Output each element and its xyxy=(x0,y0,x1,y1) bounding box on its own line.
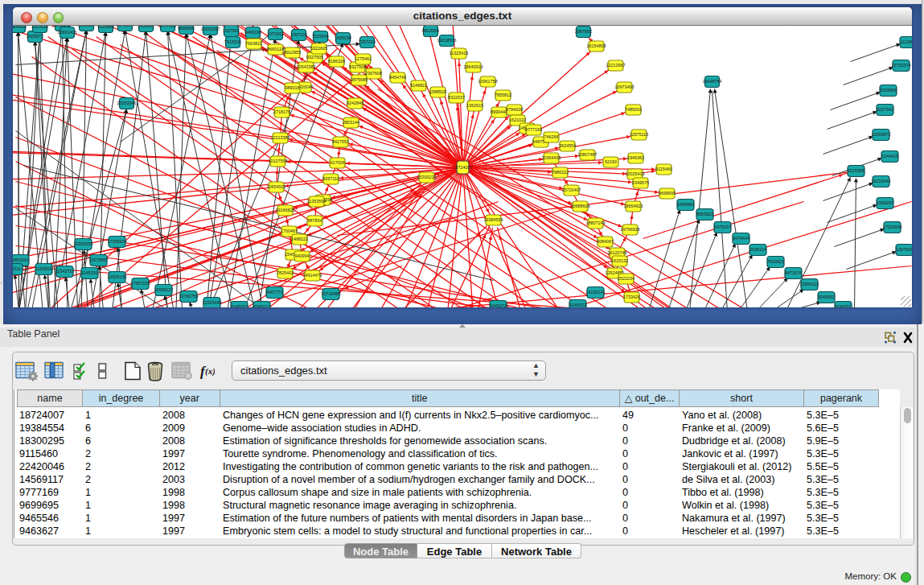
svg-text:5322605: 5322605 xyxy=(310,46,327,51)
svg-text:8953923: 8953923 xyxy=(696,212,713,216)
svg-text:19166825: 19166825 xyxy=(276,208,295,212)
svg-text:1067133: 1067133 xyxy=(290,32,307,37)
svg-text:746266: 746266 xyxy=(544,134,559,139)
svg-text:12213389: 12213389 xyxy=(271,135,290,140)
svg-text:12342757: 12342757 xyxy=(55,269,75,274)
svg-text:2349575: 2349575 xyxy=(632,180,649,185)
svg-text:8322037: 8322037 xyxy=(448,95,465,100)
svg-text:14136141: 14136141 xyxy=(586,290,606,295)
svg-text:2522234: 2522234 xyxy=(618,276,634,281)
svg-text:9245052: 9245052 xyxy=(818,295,835,299)
svg-text:1946362: 1946362 xyxy=(627,155,644,160)
svg-text:10075857: 10075857 xyxy=(89,257,109,262)
svg-text:10107554: 10107554 xyxy=(269,159,288,163)
svg-text:9115460: 9115460 xyxy=(97,26,114,29)
svg-text:2718176: 2718176 xyxy=(273,109,290,114)
svg-text:10653267: 10653267 xyxy=(201,27,220,31)
svg-text:17957225: 17957225 xyxy=(131,281,150,286)
svg-text:9445072: 9445072 xyxy=(490,303,507,307)
svg-text:7955812: 7955812 xyxy=(495,93,511,97)
svg-text:1850029: 1850029 xyxy=(78,26,95,27)
svg-text:25300215: 25300215 xyxy=(417,175,437,179)
svg-text:9084067: 9084067 xyxy=(597,239,614,244)
svg-text:8245012: 8245012 xyxy=(253,304,270,307)
svg-text:1588520: 1588520 xyxy=(429,89,446,94)
svg-text:18640910: 18640910 xyxy=(464,64,483,69)
svg-text:16648784: 16648784 xyxy=(703,79,722,84)
svg-text:887834: 887834 xyxy=(308,218,322,223)
svg-text:1267534: 1267534 xyxy=(896,247,912,252)
svg-text:15716485: 15716485 xyxy=(322,291,341,296)
svg-text:1145191: 1145191 xyxy=(81,270,98,275)
svg-text:3875685: 3875685 xyxy=(351,77,368,82)
svg-text:10688609: 10688609 xyxy=(571,204,590,208)
svg-text:9145052: 9145052 xyxy=(231,304,248,307)
svg-text:3215358: 3215358 xyxy=(848,168,864,173)
svg-text:7515526: 7515526 xyxy=(224,39,241,44)
svg-text:1913520: 1913520 xyxy=(31,26,48,29)
svg-text:9227342: 9227342 xyxy=(877,107,893,112)
svg-text:19756928: 19756928 xyxy=(621,227,640,232)
svg-text:7986322: 7986322 xyxy=(552,170,569,175)
svg-text:1156829: 1156829 xyxy=(35,266,52,271)
svg-text:1700467: 1700467 xyxy=(281,229,298,233)
svg-text:9699695: 9699695 xyxy=(178,26,195,31)
svg-text:1569297: 1569297 xyxy=(877,200,893,205)
svg-text:1605338: 1605338 xyxy=(335,35,351,40)
svg-text:16154808: 16154808 xyxy=(587,43,606,48)
svg-text:19384554: 19384554 xyxy=(484,217,503,222)
svg-text:9327508: 9327508 xyxy=(349,64,366,69)
svg-text:19654923: 19654923 xyxy=(624,204,643,208)
svg-text:7663822: 7663822 xyxy=(245,41,262,46)
svg-text:1853001: 1853001 xyxy=(13,257,29,262)
svg-text:10654112: 10654112 xyxy=(800,282,819,286)
svg-text:8471676: 8471676 xyxy=(785,270,802,275)
svg-text:1615132: 1615132 xyxy=(611,258,628,263)
svg-text:12323448: 12323448 xyxy=(203,300,222,305)
svg-text:(x): (x) xyxy=(205,366,215,377)
svg-text:9115460: 9115460 xyxy=(655,167,672,171)
svg-text:9329966: 9329966 xyxy=(880,88,897,93)
svg-text:9245032: 9245032 xyxy=(569,303,586,307)
svg-text:7825402: 7825402 xyxy=(277,270,294,275)
svg-text:8454749: 8454749 xyxy=(389,75,406,80)
svg-text:1275461: 1275461 xyxy=(355,56,372,61)
svg-text:391511: 391511 xyxy=(13,266,21,271)
svg-text:1527602: 1527602 xyxy=(223,28,240,33)
svg-text:10543382: 10543382 xyxy=(297,64,316,69)
svg-text:8660124: 8660124 xyxy=(267,47,284,51)
svg-text:19218506: 19218506 xyxy=(437,38,457,43)
svg-text:8427552: 8427552 xyxy=(332,139,349,144)
svg-text:2987682: 2987682 xyxy=(575,29,592,34)
svg-text:17359924: 17359924 xyxy=(108,239,127,244)
svg-text:1621022: 1621022 xyxy=(509,117,526,122)
svg-text:12213967: 12213967 xyxy=(606,63,626,68)
svg-text:16210643: 16210643 xyxy=(872,179,891,183)
svg-text:2005572: 2005572 xyxy=(27,34,43,39)
svg-text:1640954: 1640954 xyxy=(677,202,694,207)
svg-text:10973493: 10973493 xyxy=(615,84,634,89)
svg-text:1456911: 1456911 xyxy=(138,26,154,28)
svg-text:20364436: 20364436 xyxy=(542,155,561,160)
svg-text:12975115: 12975115 xyxy=(630,132,649,137)
svg-text:16120746: 16120746 xyxy=(608,250,627,255)
svg-text:17016504: 17016504 xyxy=(883,225,902,229)
svg-text:18724007: 18724007 xyxy=(454,164,473,169)
svg-text:12505135: 12505135 xyxy=(108,274,127,279)
svg-text:9146821: 9146821 xyxy=(410,83,427,88)
svg-text:8186328: 8186328 xyxy=(328,59,345,64)
svg-text:15751074: 15751074 xyxy=(892,63,911,68)
svg-text:9777169: 9777169 xyxy=(159,26,176,28)
svg-text:6479197: 6479197 xyxy=(714,225,731,229)
svg-text:2242004: 2242004 xyxy=(117,26,133,27)
svg-text:1733426: 1733426 xyxy=(623,295,640,299)
svg-text:940994: 940994 xyxy=(295,253,310,258)
svg-text:10961758: 10961758 xyxy=(478,79,498,84)
svg-text:9474444: 9474444 xyxy=(733,236,749,241)
svg-text:1498222: 1498222 xyxy=(291,237,308,241)
svg-text:62160: 62160 xyxy=(605,159,617,164)
svg-text:8267110: 8267110 xyxy=(322,176,339,181)
svg-text:2803144: 2803144 xyxy=(343,120,359,125)
svg-text:14914479: 14914479 xyxy=(303,273,322,278)
svg-text:10958127: 10958127 xyxy=(154,287,174,292)
